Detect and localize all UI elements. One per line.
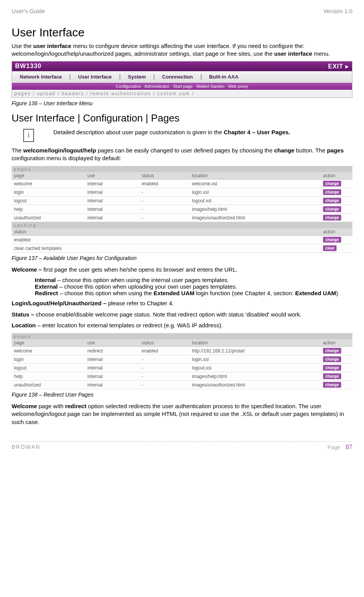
cell-status: enabled <box>142 348 192 354</box>
cell-use: internal <box>87 357 142 362</box>
text: – choose this option when using the inte… <box>56 277 229 283</box>
table-row: welcome redirect enabled http://192.168.… <box>12 347 352 355</box>
cell-status: - <box>142 365 192 371</box>
text: pages can be easily changed to user defi… <box>96 147 274 154</box>
final-paragraph: Welcome page with redirect option select… <box>12 402 352 426</box>
pages-table-1: pages page use status location action we… <box>12 166 352 253</box>
text: – choose this option when using the <box>58 290 154 296</box>
table-row: unauthorized internal - images/unauthori… <box>12 214 352 222</box>
text: menu. <box>312 50 330 57</box>
change-button[interactable]: change <box>323 348 341 354</box>
option-redirect: Redirect – choose this option when using… <box>35 290 352 296</box>
table2-head: page use status location action <box>12 339 352 347</box>
nav-screenshot: BW1330 EXIT ▸ Network Interface User Int… <box>12 61 352 98</box>
change-button[interactable]: change <box>323 356 341 362</box>
option-internal: Internal – choose this option when using… <box>35 277 352 283</box>
options-block: Internal – choose this option when using… <box>35 277 352 296</box>
caching-title: caching <box>12 222 352 228</box>
cell-status: - <box>142 382 192 388</box>
cell-location: http://192.168.2.11/protal/ <box>192 348 323 354</box>
cell-page: login <box>14 190 87 195</box>
cell-page: welcome <box>14 181 87 186</box>
text: first page the user gets when he/she ope… <box>43 266 238 273</box>
cell-action: change <box>323 181 350 186</box>
change-button[interactable]: change <box>323 373 341 379</box>
cell-location: login.xsl <box>192 190 323 195</box>
text-bold: user interface <box>33 43 71 49</box>
text: page with <box>37 403 65 409</box>
cell-status: clear cached templates <box>14 246 323 251</box>
cell-action: change <box>323 189 350 195</box>
location-line: Location – enter location for external t… <box>12 322 352 329</box>
page-header: User's Guide Version 1.0 <box>12 8 352 14</box>
cell-use: internal <box>87 365 142 371</box>
text: – enter location for external templates … <box>36 322 223 328</box>
cell-location: login.xsl <box>192 357 323 362</box>
figure-138-caption: Figure 138 – Redirect User Pages <box>12 392 352 398</box>
nav-tab-connection[interactable]: Connnection <box>154 74 201 80</box>
cell-location: logout.xsl <box>192 198 323 204</box>
nav-tab-network[interactable]: Network Interface <box>12 74 70 80</box>
table-row: logout internal - logout.xsl change <box>12 197 352 205</box>
col-status: status <box>142 173 192 178</box>
text: configuration menu is displayed by defau… <box>12 155 121 161</box>
col-status: status <box>142 340 192 346</box>
text-bold: Welcome – <box>12 266 43 273</box>
cell-location: images/unauthorized.html <box>192 382 323 388</box>
cell-status: enabled <box>142 181 192 186</box>
header-left: User's Guide <box>12 8 45 14</box>
table-row: unauthorized internal - images/unauthori… <box>12 381 352 389</box>
text-bold: Welcome <box>12 403 37 409</box>
clear-button[interactable]: clear <box>323 245 337 251</box>
footer-page: Page 87 <box>328 444 352 451</box>
col-use: use <box>87 340 142 346</box>
info-icon: i <box>23 129 34 142</box>
cell-status: - <box>142 215 192 221</box>
text: – choose this option when uploading your… <box>58 283 237 290</box>
text: ). <box>336 290 340 296</box>
cell-page: help <box>14 207 87 212</box>
nav-tab-builtin-aaa[interactable]: Built-in AAA <box>202 74 246 80</box>
nav-tab-userinterface[interactable]: User Interface <box>70 74 120 80</box>
cell-status: - <box>142 190 192 195</box>
footer-page-number: 87 <box>345 444 352 450</box>
change-button[interactable]: change <box>323 215 341 221</box>
cell-use: internal <box>87 181 142 186</box>
change-button[interactable]: change <box>323 237 341 243</box>
page-footer: BROWAN Page 87 <box>12 441 352 451</box>
text-bold: External <box>35 283 58 290</box>
col-page: page <box>14 173 87 178</box>
footer-page-label: Page <box>328 444 340 450</box>
cell-use: redirect <box>87 348 142 354</box>
nav-tab-system[interactable]: System <box>120 74 154 80</box>
table1-head: page use status location action <box>12 172 352 180</box>
cell-page: unauthorized <box>14 215 87 221</box>
cell-location: welcome.xsl <box>192 181 323 186</box>
cell-action: change <box>323 382 350 388</box>
figure-137-caption: Figure 137 – Available User Pages for Co… <box>12 255 352 261</box>
cell-location: images/unauthorized.html <box>192 215 323 221</box>
change-button[interactable]: change <box>323 365 341 371</box>
cell-action: clear <box>323 245 350 251</box>
nav-topbar: BW1330 EXIT ▸ <box>12 62 352 71</box>
cell-status: enabled <box>14 237 323 243</box>
cell-location: images/help.html <box>192 207 323 212</box>
footer-brand: BROWAN <box>12 444 40 451</box>
change-button[interactable]: change <box>323 382 341 388</box>
cell-action: change <box>323 356 350 362</box>
change-button[interactable]: change <box>323 198 341 204</box>
info-callout: i Detailed description about user page c… <box>12 129 352 142</box>
cell-status: - <box>142 198 192 204</box>
col-location: location <box>192 173 323 178</box>
nav-exit[interactable]: EXIT ▸ <box>328 63 349 70</box>
change-button[interactable]: change <box>323 206 341 212</box>
cell-action: change <box>323 348 350 354</box>
change-button[interactable]: change <box>323 181 341 186</box>
col-action: action <box>323 173 350 178</box>
cell-action: change <box>323 373 350 379</box>
table1-title: pages <box>12 166 352 172</box>
para-welcome-pages: The welcome/login/logout/help pages can … <box>12 147 352 163</box>
change-button[interactable]: change <box>323 189 341 195</box>
table-row: help internal - images/help.html change <box>12 205 352 214</box>
cell-location: logout.xsl <box>192 365 323 371</box>
